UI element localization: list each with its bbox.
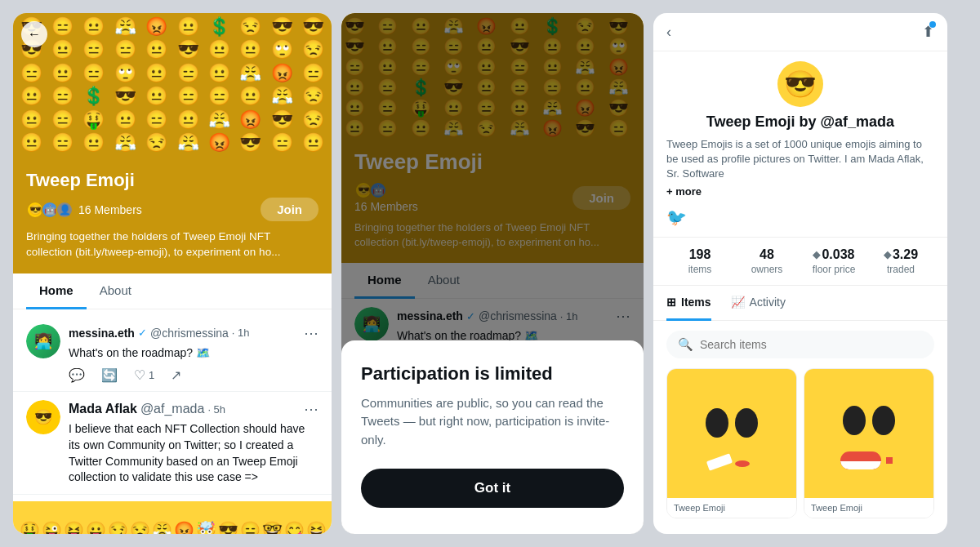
tweet-avatar-2: 😎 [26,400,60,434]
modal-title: Participation is limited [361,363,624,385]
more-link[interactable]: + more [653,185,947,204]
collection-stats: 198 items 48 owners ◆ 0.038 floor price … [653,237,947,286]
tweet-text-1: What's on the roadmap? 🗺️ [69,345,318,362]
nft-mouth-2 [840,451,898,469]
nft-grid: Tweep Emoji Tweep Emoji [653,368,947,531]
got-it-button[interactable]: Got it [361,469,624,508]
share-icon: ↗ [171,367,181,383]
nft-card-1[interactable]: Tweep Emoji [666,368,797,518]
tabs-bar: Home About [13,274,332,309]
eth-icon-traded: ◆ [884,249,891,260]
tweet-header-2: 😎 Mada Aflak @af_mada · 5h ⋯ I believe t… [26,400,318,485]
back-button[interactable]: ← [21,21,47,47]
members-info: 😎 🤖 👤 16 Members [26,201,142,219]
community-description: Bringing together the holders of Tweep E… [26,229,318,260]
nft-mouth-1 [707,457,756,467]
left-banner: 😎😑😐😤😡😐💲😒😎😎 😎😐😑😑😐😎😐😐🙄😒 😑😐😑🙄😐😑😐😤😡😑 😐😑💲😎😐😑😑… [13,13,332,160]
modal-body: Communities are public, so you can read … [361,394,624,450]
stat-floor: ◆ 0.038 floor price [800,247,867,275]
right-header-icons: ⬆ [922,23,934,41]
tweet-text-2: I believe that each NFT Collection shoul… [69,421,318,485]
retweet-icon: 🔄 [101,367,118,383]
collection-logo: 😎 [777,61,823,107]
collection-name: Tweep Emoji by @af_mada [653,113,947,131]
notification-icon[interactable]: ⬆ [922,23,934,41]
right-back-button[interactable]: ‹ [666,24,671,41]
nft-label-1: Tweep Emoji [667,498,796,518]
collection-emoji: 😎 [784,69,817,100]
community-info: Tweep Emoji 😎 🤖 👤 16 Members Join Bringi… [13,160,332,274]
stat-traded-value: ◆ 3.29 [867,247,934,262]
retweet-action-1[interactable]: 🔄 [101,367,118,383]
right-header-left: ‹ [666,24,671,41]
tweet-time-2: · 5h [207,403,225,416]
tweet-handle-1: @chrismessina [150,327,229,340]
tab-activity[interactable]: 📈 Activity [731,286,786,321]
tweet-name-1: messina.eth [69,327,135,340]
stat-owners-value: 48 [733,247,800,262]
nft-img-2 [804,369,933,498]
twitter-icon[interactable]: 🐦 [666,208,687,226]
avatar-img-2: 😎 [26,400,60,434]
community-meta: 😎 🤖 👤 16 Members Join [26,198,318,221]
eth-icon-floor: ◆ [813,249,820,260]
tweet-body-1: messina.eth ✓ @chrismessina · 1h ⋯ What'… [69,324,318,384]
search-input[interactable] [700,338,923,351]
share-action-1[interactable]: ↗ [171,367,181,383]
modal-overlay: Participation is limited Communities are… [341,13,644,534]
stat-items: 198 items [666,247,733,275]
tweet-more-2[interactable]: ⋯ [304,400,318,418]
nft-label-2: Tweep Emoji [804,498,933,518]
modal-sheet: Participation is limited Communities are… [341,340,644,535]
like-action-1[interactable]: ♡ 1 [134,367,154,383]
stat-owners: 48 owners [733,247,800,275]
stat-floor-label: floor price [800,264,867,275]
tweet-handle-2: @af_mada [140,402,205,416]
tweet-name-2: Mada Aflak [69,402,137,416]
tab-home[interactable]: Home [26,274,87,309]
social-links: 🐦 [653,204,947,237]
tweet-item-1: 👩‍💻 messina.eth ✓ @chrismessina · 1h ⋯ W… [13,316,332,393]
member-avatars: 😎 🤖 👤 [26,201,74,219]
member-avatar-3: 👤 [56,201,74,219]
middle-panel: 😎😑😐😤😡😐💲😒😎 😎😐😑😑😐😎😐😐🙄 😑😐😑🙄😐😑😐😤😡 😐😑💲😎😐😑😑😐😤 … [341,13,644,534]
stat-traded: ◆ 3.29 traded [867,247,934,275]
heart-icon: ♡ [134,367,145,383]
tweet-name-info-2: Mada Aflak @af_mada · 5h [69,402,225,416]
community-title: Tweep Emoji [26,170,318,191]
stat-items-value: 198 [666,247,733,262]
search-icon: 🔍 [678,337,693,352]
search-bar[interactable]: 🔍 [666,331,934,358]
bottom-emoji-strip: 🤑😜😝😛😏😒😤😡🤯😎😑🤓😋😆 [13,501,332,534]
nft-eyes-2 [843,406,895,435]
stat-floor-value: ◆ 0.038 [800,247,867,262]
tweet-header-1: messina.eth ✓ @chrismessina · 1h ⋯ [69,324,318,342]
right-header: ‹ ⬆ [653,13,947,51]
reply-action-1[interactable]: 💬 [69,367,85,383]
like-count-1: 1 [149,369,154,381]
banner-emoji-grid: 😎😑😐😤😡😐💲😒😎😎 😎😐😑😑😐😎😐😐🙄😒 😑😐😑🙄😐😑😐😤😡😑 😐😑💲😎😐😑😑… [13,13,332,157]
tweet-feed: 👩‍💻 messina.eth ✓ @chrismessina · 1h ⋯ W… [13,309,332,501]
tab-items[interactable]: ⊞ Items [666,286,711,321]
tweet-avatar-1: 👩‍💻 [26,324,60,358]
join-button[interactable]: Join [261,198,318,221]
avatar-img-1: 👩‍💻 [26,324,60,358]
tweet-name-row-2: Mada Aflak @af_mada · 5h ⋯ [69,400,318,418]
nft-eyes-1 [706,408,758,438]
notification-dot [929,21,936,28]
collection-description: Tweep Emojis is a set of 1000 unique emo… [653,131,947,185]
tweet-more-1[interactable]: ⋯ [304,324,318,342]
right-tabs: ⊞ Items 📈 Activity [653,286,947,321]
members-count: 16 Members [78,203,142,216]
grid-icon: ⊞ [666,296,676,309]
tab-about[interactable]: About [87,274,145,309]
tweet-time-1: · 1h [232,327,250,339]
nft-card-2[interactable]: Tweep Emoji [804,368,934,518]
left-panel: 😎😑😐😤😡😐💲😒😎😎 😎😐😑😑😐😎😐😐🙄😒 😑😐😑🙄😐😑😐😤😡😑 😐😑💲😎😐😑😑… [13,13,332,534]
tweet-item-2: 😎 Mada Aflak @af_mada · 5h ⋯ I believe t… [13,392,332,494]
tweet-user-1: messina.eth ✓ @chrismessina · 1h [69,327,250,340]
reply-icon: 💬 [69,367,85,383]
stat-items-label: items [666,264,733,275]
right-panel: ‹ ⬆ 😎 Tweep Emoji by @af_mada Tweep Emoj… [653,13,947,534]
verified-icon-1: ✓ [138,327,147,339]
